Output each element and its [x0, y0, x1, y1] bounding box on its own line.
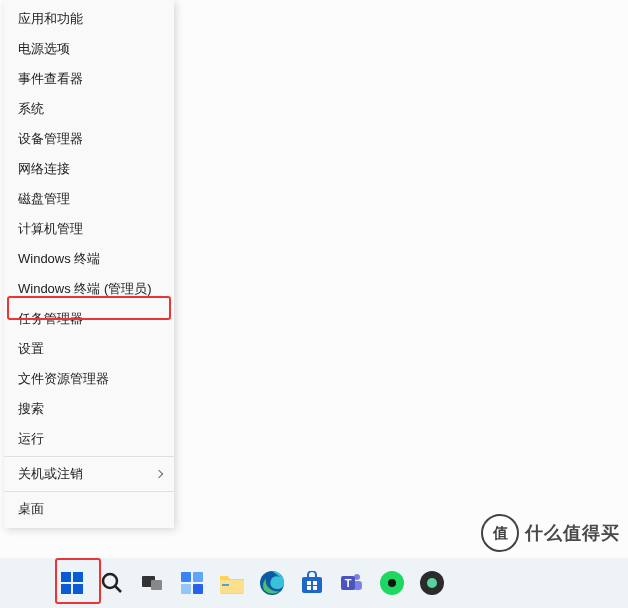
search-button[interactable]	[98, 569, 126, 597]
file-explorer-button[interactable]	[218, 569, 246, 597]
menu-computer-management[interactable]: 计算机管理	[4, 214, 174, 244]
spotify-icon	[379, 570, 405, 596]
menu-label: Windows 终端	[18, 251, 100, 266]
svg-rect-17	[313, 581, 317, 585]
svg-rect-15	[302, 577, 322, 593]
watermark: 值 什么值得买	[481, 514, 620, 552]
teams-button[interactable]: T	[338, 569, 366, 597]
menu-device-manager[interactable]: 设备管理器	[4, 124, 174, 154]
widgets-button[interactable]	[178, 569, 206, 597]
menu-label: 应用和功能	[18, 11, 83, 26]
menu-label: 磁盘管理	[18, 191, 70, 206]
svg-line-5	[115, 586, 121, 592]
svg-rect-19	[313, 586, 317, 590]
menu-label: 文件资源管理器	[18, 371, 109, 386]
menu-apps-features[interactable]: 应用和功能	[4, 4, 174, 34]
taskbar: T	[0, 558, 628, 608]
watermark-logo-icon: 值	[481, 514, 519, 552]
folder-icon	[219, 572, 245, 594]
menu-label: 搜索	[18, 401, 44, 416]
menu-label: Windows 终端 (管理员)	[18, 281, 152, 296]
menu-file-explorer[interactable]: 文件资源管理器	[4, 364, 174, 394]
svg-rect-11	[193, 584, 203, 594]
menu-event-viewer[interactable]: 事件查看器	[4, 64, 174, 94]
spotify-button[interactable]	[378, 569, 406, 597]
svg-rect-2	[61, 584, 71, 594]
teams-icon: T	[339, 570, 365, 596]
edge-button[interactable]	[258, 569, 286, 597]
edge-icon	[259, 570, 285, 596]
menu-label: 事件查看器	[18, 71, 83, 86]
svg-rect-8	[181, 572, 191, 582]
svg-rect-1	[73, 572, 83, 582]
svg-rect-7	[151, 580, 162, 590]
menu-system[interactable]: 系统	[4, 94, 174, 124]
svg-rect-13	[222, 584, 229, 586]
menu-separator	[4, 456, 174, 457]
task-view-button[interactable]	[138, 569, 166, 597]
watermark-logo-text: 值	[493, 524, 508, 543]
menu-desktop[interactable]: 桌面	[4, 494, 174, 524]
store-button[interactable]	[298, 569, 326, 597]
svg-rect-9	[193, 572, 203, 582]
menu-label: 设备管理器	[18, 131, 83, 146]
menu-label: 计算机管理	[18, 221, 83, 236]
desktop: 应用和功能 电源选项 事件查看器 系统 设备管理器 网络连接 磁盘管理 计算机管…	[0, 0, 628, 608]
menu-label: 系统	[18, 101, 44, 116]
menu-settings[interactable]: 设置	[4, 334, 174, 364]
search-icon	[100, 571, 124, 595]
menu-search[interactable]: 搜索	[4, 394, 174, 424]
svg-point-25	[388, 579, 396, 587]
app-icon	[419, 570, 445, 596]
menu-shutdown-signout[interactable]: 关机或注销	[4, 459, 174, 489]
menu-label: 运行	[18, 431, 44, 446]
winx-menu: 应用和功能 电源选项 事件查看器 系统 设备管理器 网络连接 磁盘管理 计算机管…	[4, 0, 174, 528]
menu-network-connections[interactable]: 网络连接	[4, 154, 174, 184]
menu-windows-terminal[interactable]: Windows 终端	[4, 244, 174, 274]
menu-disk-management[interactable]: 磁盘管理	[4, 184, 174, 214]
menu-label: 桌面	[18, 501, 44, 516]
svg-rect-10	[181, 584, 191, 594]
menu-label: 网络连接	[18, 161, 70, 176]
svg-point-4	[103, 574, 117, 588]
store-icon	[300, 571, 324, 595]
menu-label: 电源选项	[18, 41, 70, 56]
widgets-icon	[180, 571, 204, 595]
svg-point-27	[427, 578, 437, 588]
menu-power-options[interactable]: 电源选项	[4, 34, 174, 64]
app-button[interactable]	[418, 569, 446, 597]
menu-separator	[4, 491, 174, 492]
menu-label: 关机或注销	[18, 466, 83, 481]
windows-logo-icon	[60, 571, 84, 595]
svg-rect-12	[220, 580, 244, 593]
menu-windows-terminal-admin[interactable]: Windows 终端 (管理员)	[4, 274, 174, 304]
svg-rect-18	[307, 586, 311, 590]
svg-rect-3	[73, 584, 83, 594]
watermark-text: 什么值得买	[525, 521, 620, 545]
svg-rect-0	[61, 572, 71, 582]
svg-rect-16	[307, 581, 311, 585]
svg-text:T: T	[345, 577, 352, 589]
menu-task-manager[interactable]: 任务管理器	[4, 304, 174, 334]
menu-label: 任务管理器	[18, 311, 83, 326]
task-view-icon	[140, 571, 164, 595]
start-button[interactable]	[58, 569, 86, 597]
menu-label: 设置	[18, 341, 44, 356]
menu-run[interactable]: 运行	[4, 424, 174, 454]
